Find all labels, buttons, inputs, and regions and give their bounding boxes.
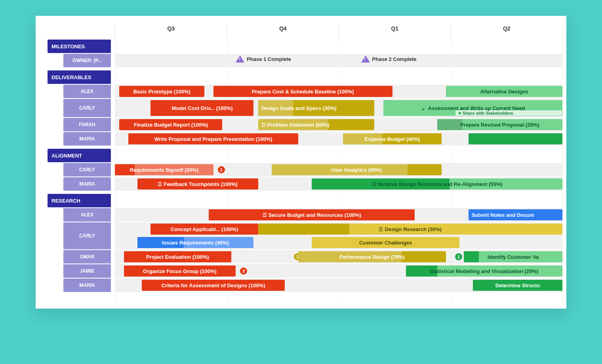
- bar-label: Identify Customer Va: [488, 254, 539, 260]
- gantt-bar[interactable]: Write Proposal and Prepare Presentation …: [128, 133, 298, 144]
- bar-label: Customer Challenges: [359, 240, 412, 246]
- section-track: [115, 149, 562, 162]
- alert-icon: [361, 55, 370, 63]
- count-badge[interactable]: 1: [455, 253, 462, 260]
- gantt-bar[interactable]: Requirements Signoff (20%): [115, 164, 213, 175]
- row-track[interactable]: Finalize Budget Report (100%)☲Problem St…: [115, 118, 562, 131]
- bar-label: Concept Applicabl... (100%): [171, 226, 238, 232]
- row-track[interactable]: ☲Secure Budget and Resources (100%)Submi…: [115, 208, 562, 222]
- gantt-bar[interactable]: User Analytics (80%): [272, 164, 442, 175]
- owner-label[interactable]: ALEX: [63, 208, 111, 222]
- bar-label: Write Proposal and Prepare Presentation …: [154, 136, 272, 142]
- bar-label: Criteria for Assessment of Designs (100%…: [162, 282, 265, 288]
- gantt-bar[interactable]: Criteria for Assessment of Designs (100%…: [142, 280, 285, 291]
- owner-label[interactable]: CARLY: [63, 99, 111, 117]
- bar-label: User Analytics (80%): [331, 167, 382, 173]
- gantt-bar[interactable]: Project Evaluation (100%): [124, 251, 231, 262]
- gantt-bar[interactable]: Finalize Budget Report (100%): [119, 119, 222, 130]
- row-track[interactable]: Basic Prototype (100%)Prepare Cost & Sch…: [115, 85, 562, 98]
- bar-label: Finalize Budget Report (100%): [134, 122, 208, 128]
- section-header[interactable]: RESEARCH: [48, 194, 111, 207]
- gantt-bar[interactable]: Organize Focus Group (100%): [124, 265, 236, 277]
- bar-label: ☲Secure Budget and Resources (100%): [263, 212, 361, 218]
- owner-label[interactable]: ALEX: [63, 85, 111, 98]
- gantt-bar[interactable]: [469, 133, 562, 144]
- gantt-bar[interactable]: Concept Applicabl... (100%): [150, 224, 258, 235]
- row-track[interactable]: Organize Focus Group (100%)2Statistical …: [115, 264, 562, 278]
- alert-icon: [236, 55, 244, 63]
- subtask-icon: ☲: [379, 227, 383, 232]
- subtask-icon: ☲: [263, 212, 267, 218]
- owner-label[interactable]: MARIA: [63, 132, 111, 146]
- gantt-bar[interactable]: ☲Design Research (30%): [258, 224, 562, 235]
- gantt-bar[interactable]: Expense Budget (40%): [343, 133, 442, 144]
- bar-label: Prepare Revised Proposal (20%): [460, 122, 539, 128]
- milestone-marker[interactable]: Phase 1 Complete: [236, 55, 291, 63]
- row-track[interactable]: Write Proposal and Prepare Presentation …: [115, 132, 562, 146]
- bar-label: ⌄Assessment and Write up Current Need: [421, 105, 525, 111]
- quarter-col: Q3: [115, 24, 227, 40]
- bar-label: Determine Structu: [495, 282, 540, 288]
- gantt-bar[interactable]: ☲Problem Statement (60%): [258, 119, 375, 130]
- gantt-bar[interactable]: Determine Structu: [473, 280, 562, 291]
- section-header[interactable]: MILESTONES: [48, 40, 111, 53]
- gantt-bar[interactable]: Submit Notes and Docum: [469, 209, 562, 220]
- owner-label[interactable]: JAMIE: [63, 264, 111, 278]
- section-header[interactable]: ALIGNMENT: [48, 149, 111, 162]
- gantt-bar[interactable]: Model Cost Driv... (100%): [150, 100, 253, 116]
- owner-label[interactable]: OWNER: (P...: [63, 54, 111, 67]
- gantt-bar[interactable]: Basic Prototype (100%): [119, 86, 204, 97]
- owner-label[interactable]: CARLY: [63, 163, 111, 176]
- gantt-bar[interactable]: Performance Design (70%): [298, 251, 446, 262]
- owner-label[interactable]: OMAR: [63, 250, 111, 264]
- row-track[interactable]: Requirements Signoff (20%)1User Analytic…: [115, 163, 562, 176]
- gantt-page: Q3 Q4 Q1 Q2 MILESTONES OWNER: (P... Phas…: [36, 16, 566, 309]
- subtask-icon: ☲: [372, 182, 376, 187]
- count-badge[interactable]: 2: [240, 267, 247, 275]
- milestone-label: Phase 1 Complete: [247, 56, 291, 62]
- row-track[interactable]: Project Evaluation (100%)1Performance De…: [115, 250, 562, 264]
- bar-label: Organize Focus Group (100%): [143, 268, 217, 274]
- row-track[interactable]: Model Cost Driv... (100%)Design Goals an…: [115, 99, 562, 117]
- bar-label: Requirements Signoff (20%): [130, 167, 198, 173]
- gantt-bar[interactable]: Statistical Modelling and Visualization …: [406, 265, 563, 277]
- bar-label: Performance Design (70%): [339, 254, 405, 260]
- bar-label: ☲Problem Statement (60%): [261, 122, 330, 128]
- row-track[interactable]: Criteria for Assessment of Designs (100%…: [115, 279, 562, 292]
- bar-label: Model Cost Driv... (100%): [171, 105, 232, 111]
- section-header[interactable]: DELIVERABLES: [48, 70, 111, 84]
- owner-label[interactable]: FARAH: [63, 118, 111, 131]
- quarter-col: Q4: [227, 24, 339, 40]
- gantt-bar[interactable]: Alternative Designs: [446, 86, 562, 97]
- bar-label: Submit Notes and Docum: [472, 212, 534, 218]
- chevron-down-icon[interactable]: ⌄: [421, 105, 426, 111]
- bar-label: Prepare Cost & Schedule Baseline (100%): [252, 89, 354, 95]
- bar-label: ☲Design Research (30%): [379, 226, 442, 232]
- milestone-label: Phase 2 Complete: [372, 56, 417, 62]
- quarter-col: Q1: [339, 24, 451, 40]
- count-badge[interactable]: 1: [218, 166, 225, 173]
- row-track[interactable]: Phase 1 CompletePhase 2 Complete: [115, 54, 562, 67]
- gantt-bar[interactable]: Identify Customer Va: [464, 251, 562, 262]
- row-track[interactable]: Concept Applicabl... (100%)☲Design Resea…: [115, 222, 562, 249]
- owner-label[interactable]: MARIA: [63, 279, 111, 292]
- gantt-bar[interactable]: Customer Challenges: [312, 237, 459, 248]
- section-track: [115, 194, 562, 207]
- row-track[interactable]: ☲Feedback Touchpoints (100%)☲Iterative D…: [115, 177, 562, 191]
- bar-label: Issues Requirements (40%): [162, 240, 229, 246]
- gantt-bar[interactable]: Design Goals and Specs (30%): [258, 100, 375, 116]
- quarter-header: Q3 Q4 Q1 Q2: [115, 24, 562, 40]
- gantt-rows: MILESTONES OWNER: (P... Phase 1 Complete…: [48, 40, 562, 295]
- gantt-bar[interactable]: Prepare Revised Proposal (20%): [437, 119, 562, 130]
- gantt-bar[interactable]: Issues Requirements (40%): [137, 237, 254, 248]
- gantt-bar[interactable]: ☲Feedback Touchpoints (100%): [137, 178, 258, 190]
- milestone-marker[interactable]: Phase 2 Complete: [361, 55, 417, 63]
- gantt-bar[interactable]: ☲Secure Budget and Resources (100%): [209, 209, 415, 220]
- gantt-bar[interactable]: Prepare Cost & Schedule Baseline (100%): [213, 86, 392, 97]
- gantt-bar[interactable]: ☲Iterative Design Revisions and Re-Align…: [312, 178, 562, 190]
- section-track: [115, 40, 562, 53]
- bar-label: Design Goals and Specs (30%): [261, 105, 337, 111]
- bar-label: Expense Budget (40%): [365, 136, 420, 142]
- owner-label[interactable]: CARLY: [63, 222, 111, 249]
- owner-label[interactable]: MARIA: [63, 177, 111, 191]
